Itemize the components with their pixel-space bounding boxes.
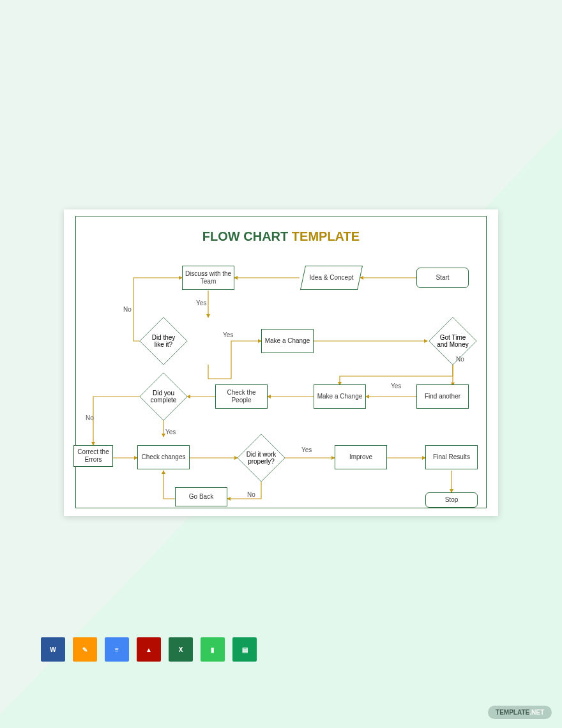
edge-label-yes: Yes xyxy=(301,446,312,453)
flowchart-canvas: FLOW CHART TEMPLATE xyxy=(75,216,487,508)
edge-label-yes: Yes xyxy=(223,331,233,338)
did-it-work-decision: Did it work properly? xyxy=(238,434,285,482)
got-time-money-decision: Got Time and Money xyxy=(429,317,476,365)
format-icon-row: W ✎ ≡ ▲ X ▮ ▤ xyxy=(41,637,257,662)
template-preview-sheet: FLOW CHART TEMPLATE xyxy=(64,209,498,516)
final-results-node: Final Results xyxy=(425,445,478,469)
edge-label-no: No xyxy=(86,414,94,421)
correct-errors-node: Correct the Errors xyxy=(73,445,113,467)
check-changes-node: Check changes xyxy=(137,445,190,469)
brand-text-b: .NET xyxy=(529,709,544,716)
pdf-icon[interactable]: ▲ xyxy=(137,637,161,662)
find-another-node: Find another xyxy=(416,384,469,409)
idea-concept-node: Idea & Concept xyxy=(303,266,360,290)
chart-title: FLOW CHART TEMPLATE xyxy=(76,229,486,244)
edge-label-yes: Yes xyxy=(165,428,176,436)
edge-label-no: No xyxy=(123,306,132,313)
title-text-b: TEMPLATE xyxy=(292,229,360,243)
pages-icon[interactable]: ✎ xyxy=(73,637,97,662)
brand-text-a: TEMPLATE xyxy=(496,709,529,716)
numbers-icon[interactable]: ▮ xyxy=(201,637,225,662)
google-sheets-icon[interactable]: ▤ xyxy=(232,637,257,662)
edge-label-no: No xyxy=(247,491,255,498)
edge-label-yes: Yes xyxy=(196,300,206,307)
make-change-2-node: Make a Change xyxy=(314,384,366,409)
improve-node: Improve xyxy=(335,445,387,469)
make-change-1-node: Make a Change xyxy=(261,329,314,353)
go-back-node: Go Back xyxy=(175,487,227,506)
did-you-complete-decision: Did you complete xyxy=(140,373,187,420)
excel-icon[interactable]: X xyxy=(169,637,193,662)
discuss-node: Discuss with the Team xyxy=(182,266,234,290)
check-people-node: Check the People xyxy=(215,384,268,409)
google-docs-icon[interactable]: ≡ xyxy=(105,637,129,662)
edge-label-yes: Yes xyxy=(391,383,401,390)
word-icon[interactable]: W xyxy=(41,637,65,662)
brand-badge[interactable]: TEMPLATE.NET xyxy=(488,706,552,719)
edge-label-no: No xyxy=(456,356,464,363)
title-text-a: FLOW CHART xyxy=(202,229,292,243)
like-decision: Did they like it? xyxy=(140,317,187,365)
stop-node: Stop xyxy=(425,492,478,508)
start-node: Start xyxy=(416,268,469,288)
